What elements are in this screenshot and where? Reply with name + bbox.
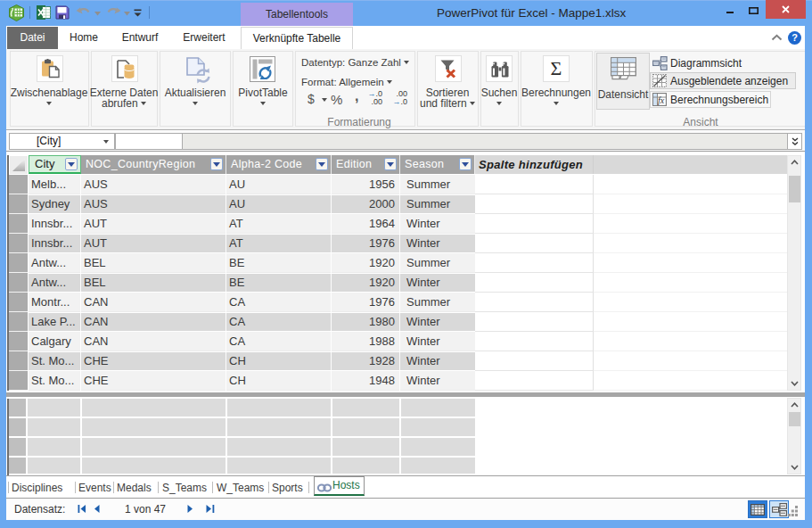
svg-text:fx: fx — [658, 95, 665, 105]
